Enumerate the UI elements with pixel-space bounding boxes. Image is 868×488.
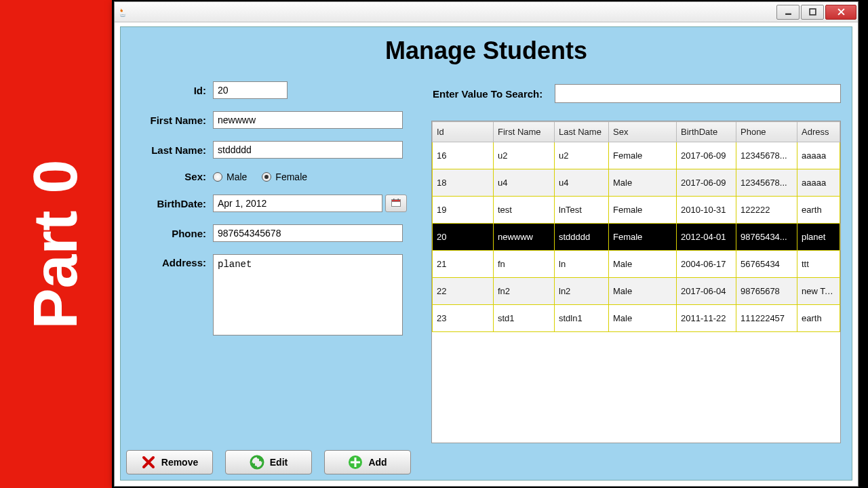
table-cell: 22 [433, 278, 494, 305]
table-cell: 2010-10-31 [677, 197, 736, 224]
table-cell: 122222 [736, 197, 797, 224]
table-cell: Male [609, 169, 677, 197]
titlebar[interactable] [115, 2, 858, 22]
minimize-button[interactable] [776, 5, 800, 20]
banner-text: Part 0 [21, 159, 91, 329]
search-label: Enter Value To Search: [433, 88, 542, 100]
last-name-label: Last Name: [125, 144, 213, 156]
svg-rect-4 [393, 199, 395, 201]
table-row[interactable]: 21fnlnMale2004-06-1756765434ttt [433, 251, 840, 278]
table-cell: std1 [494, 305, 555, 332]
table-cell: fn [494, 251, 555, 278]
table-cell: 12345678... [736, 169, 797, 197]
address-label: Address: [125, 254, 213, 268]
id-label: Id: [125, 85, 213, 96]
svg-rect-3 [392, 200, 401, 202]
table-cell: Female [609, 224, 677, 251]
phone-input[interactable] [213, 224, 403, 242]
table-cell: ttt [797, 251, 840, 278]
column-header[interactable]: Last Name [555, 122, 609, 142]
remove-icon [141, 455, 156, 470]
add-icon [348, 455, 363, 470]
students-table[interactable]: IdFirst NameLast NameSexBirthDatePhoneAd… [432, 121, 840, 332]
svg-rect-0 [785, 14, 791, 15]
page-title: Manage Students [121, 27, 852, 72]
column-header[interactable]: BirthDate [677, 122, 736, 142]
table-cell: Female [609, 142, 677, 169]
table-cell: planet [797, 224, 840, 251]
edit-button[interactable]: Edit [225, 450, 312, 474]
birthdate-input[interactable] [213, 195, 382, 212]
first-name-input[interactable] [213, 111, 403, 129]
content-panel: Manage Students Id: First Name: Last Nam… [120, 26, 852, 481]
sex-female-radio[interactable]: Female [262, 171, 307, 182]
table-cell: 2017-06-09 [677, 169, 736, 197]
table-cell: 16 [433, 142, 494, 169]
table-cell: 2012-04-01 [677, 224, 736, 251]
table-row[interactable]: 23std1stdln1Male2011-11-22111222457earth [433, 305, 840, 332]
search-input[interactable] [555, 84, 841, 103]
phone-label: Phone: [125, 228, 213, 239]
table-cell: u4 [494, 169, 555, 197]
table-cell: stdln1 [555, 305, 609, 332]
maximize-button[interactable] [801, 5, 824, 20]
table-row[interactable]: 18u4u4Male2017-06-0912345678...aaaaa [433, 169, 840, 197]
table-cell: earth [797, 197, 840, 224]
first-name-label: First Name: [125, 115, 213, 126]
remove-button-label: Remove [161, 457, 198, 468]
table-cell: lnTest [555, 197, 609, 224]
last-name-input[interactable] [213, 141, 403, 159]
table-cell: 111222457 [736, 305, 797, 332]
sex-male-radio[interactable]: Male [213, 171, 247, 182]
svg-rect-5 [398, 199, 399, 201]
table-cell: earth [797, 305, 840, 332]
table-cell: u4 [555, 169, 609, 197]
student-form: Id: First Name: Last Name: Sex: Male Fem… [125, 81, 416, 348]
table-cell: Male [609, 278, 677, 305]
column-header[interactable]: Adress [797, 122, 840, 142]
close-button[interactable] [825, 5, 856, 20]
table-cell: 98765678 [736, 278, 797, 305]
table-cell: new Test [797, 278, 840, 305]
table-cell: fn2 [494, 278, 555, 305]
table-cell: Male [609, 251, 677, 278]
add-button[interactable]: Add [324, 450, 411, 474]
table-row[interactable]: 19testlnTestFemale2010-10-31122222earth [433, 197, 840, 224]
column-header[interactable]: Id [433, 122, 494, 142]
table-cell: u2 [494, 142, 555, 169]
table-cell: 18 [433, 169, 494, 197]
table-cell: 21 [433, 251, 494, 278]
address-textarea[interactable] [213, 254, 403, 336]
column-header[interactable]: Phone [736, 122, 797, 142]
svg-rect-11 [351, 462, 360, 464]
column-header[interactable]: Sex [609, 122, 677, 142]
table-cell: aaaaa [797, 142, 840, 169]
table-cell: test [494, 197, 555, 224]
table-cell: 98765434... [736, 224, 797, 251]
edit-button-label: Edit [270, 457, 288, 468]
application-window: Manage Students Id: First Name: Last Nam… [114, 1, 859, 487]
table-row[interactable]: 16u2u2Female2017-06-0912345678...aaaaa [433, 142, 840, 169]
table-cell: 2004-06-17 [677, 251, 736, 278]
table-row[interactable]: 20newwwwstdddddFemale2012-04-0198765434.… [433, 224, 840, 251]
birthdate-label: BirthDate: [125, 198, 213, 209]
java-app-icon [117, 7, 128, 18]
svg-rect-1 [810, 9, 816, 15]
table-cell: stddddd [555, 224, 609, 251]
table-row[interactable]: 22fn2ln2Male2017-06-0498765678new Test [433, 278, 840, 305]
remove-button[interactable]: Remove [126, 450, 213, 474]
table-cell: ln [555, 251, 609, 278]
table-cell: 12345678... [736, 142, 797, 169]
female-option-label: Female [275, 171, 307, 182]
column-header[interactable]: First Name [494, 122, 555, 142]
male-option-label: Male [226, 171, 247, 182]
edit-icon [250, 455, 264, 470]
table-cell: 23 [433, 305, 494, 332]
students-table-container: IdFirst NameLast NameSexBirthDatePhoneAd… [431, 121, 841, 443]
table-cell: ln2 [555, 278, 609, 305]
table-cell: 2017-06-04 [677, 278, 736, 305]
table-cell: 2011-11-22 [677, 305, 736, 332]
id-input[interactable] [213, 81, 288, 99]
date-picker-button[interactable] [385, 195, 407, 212]
add-button-label: Add [368, 457, 387, 468]
